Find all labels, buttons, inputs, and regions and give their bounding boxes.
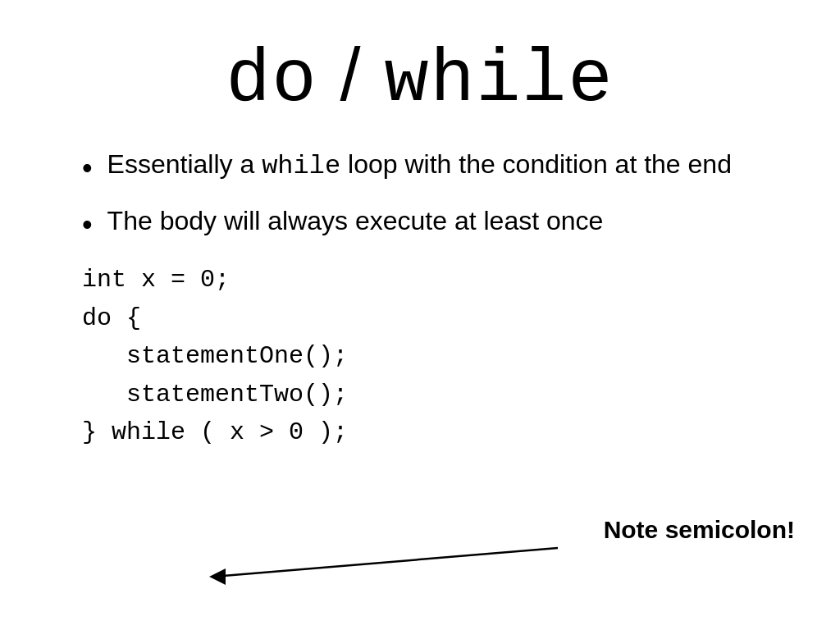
title-while: while [385,39,614,122]
svg-marker-1 [209,568,226,585]
bullet-item-2: • The body will always execute at least … [82,203,791,245]
code-line-3: statementOne(); [82,337,791,376]
svg-line-0 [213,548,558,577]
arrow-svg [164,523,591,589]
slide-title: do / while [49,33,791,122]
code-line-4: statementTwo(); [82,376,791,414]
bullet-dot-1: • [82,148,93,189]
note-semicolon-label: Note semicolon! [604,516,795,544]
bullet-list: • Essentially a while loop with the cond… [82,147,791,244]
bullet-text-1: Essentially a while loop with the condit… [107,147,791,184]
bullet-dot-2: • [82,205,93,245]
code-line-2: do { [82,299,791,338]
code-line-5: } while ( x > 0 ); [82,413,791,452]
bullet-item-1: • Essentially a while loop with the cond… [82,147,791,189]
bullet-text-2: The body will always execute at least on… [107,203,791,239]
title-separator: / [317,34,384,116]
code-block: int x = 0; do { statementOne(); statemen… [82,261,791,452]
slide: do / while • Essentially a while loop wi… [0,0,840,630]
inline-code-while: while [262,151,340,181]
code-line-1: int x = 0; [82,261,791,299]
title-do: do [226,39,317,122]
